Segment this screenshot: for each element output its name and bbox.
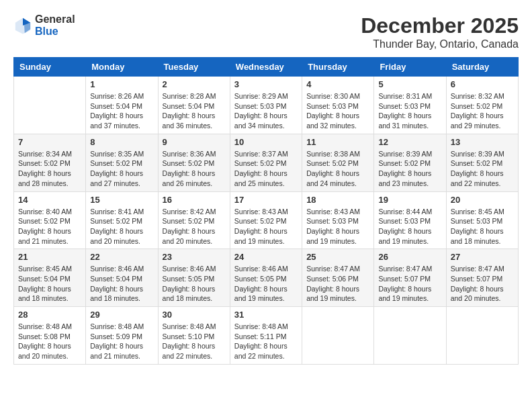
calendar-cell (302, 307, 374, 365)
day-info: Sunrise: 8:47 AMSunset: 5:07 PMDaylight:… (378, 264, 441, 304)
day-number: 8 (90, 137, 153, 147)
header-friday: Friday (374, 58, 446, 77)
logo-icon (13, 16, 32, 35)
day-number: 27 (451, 252, 514, 262)
calendar-cell: 19Sunrise: 8:44 AMSunset: 5:03 PMDayligh… (374, 191, 446, 249)
logo: General Blue (13, 13, 75, 38)
calendar-week-row: 28Sunrise: 8:48 AMSunset: 5:08 PMDayligh… (14, 307, 519, 365)
calendar-cell: 28Sunrise: 8:48 AMSunset: 5:08 PMDayligh… (14, 307, 86, 365)
day-number: 7 (18, 137, 81, 147)
calendar-cell: 10Sunrise: 8:37 AMSunset: 5:02 PMDayligh… (230, 134, 302, 191)
day-number: 16 (163, 195, 226, 205)
logo-text: General Blue (35, 13, 75, 38)
calendar-cell: 24Sunrise: 8:46 AMSunset: 5:05 PMDayligh… (230, 249, 302, 307)
calendar-cell: 22Sunrise: 8:46 AMSunset: 5:04 PMDayligh… (86, 249, 158, 307)
calendar-cell: 14Sunrise: 8:40 AMSunset: 5:02 PMDayligh… (14, 191, 86, 249)
calendar-cell: 12Sunrise: 8:39 AMSunset: 5:02 PMDayligh… (374, 134, 446, 191)
day-number: 10 (234, 137, 298, 147)
day-info: Sunrise: 8:42 AMSunset: 5:02 PMDaylight:… (163, 207, 226, 246)
day-info: Sunrise: 8:36 AMSunset: 5:02 PMDaylight:… (163, 149, 226, 189)
day-info: Sunrise: 8:34 AMSunset: 5:02 PMDaylight:… (18, 149, 81, 189)
day-number: 1 (90, 79, 153, 89)
calendar-cell: 15Sunrise: 8:41 AMSunset: 5:02 PMDayligh… (86, 191, 158, 249)
day-info: Sunrise: 8:31 AMSunset: 5:03 PMDaylight:… (378, 91, 441, 131)
day-info: Sunrise: 8:45 AMSunset: 5:04 PMDaylight:… (18, 264, 81, 304)
day-number: 30 (163, 310, 226, 320)
header-sunday: Sunday (14, 58, 86, 77)
calendar-week-row: 1Sunrise: 8:26 AMSunset: 5:04 PMDaylight… (14, 77, 519, 134)
day-number: 26 (378, 252, 441, 262)
day-info: Sunrise: 8:46 AMSunset: 5:05 PMDaylight:… (234, 264, 298, 304)
day-number: 21 (18, 252, 81, 262)
day-number: 17 (234, 195, 298, 205)
day-info: Sunrise: 8:48 AMSunset: 5:11 PMDaylight:… (234, 322, 298, 361)
day-info: Sunrise: 8:30 AMSunset: 5:03 PMDaylight:… (306, 91, 369, 131)
header-wednesday: Wednesday (230, 58, 302, 77)
calendar-cell: 18Sunrise: 8:43 AMSunset: 5:03 PMDayligh… (302, 191, 374, 249)
day-number: 12 (378, 137, 441, 147)
day-info: Sunrise: 8:45 AMSunset: 5:03 PMDaylight:… (451, 207, 514, 246)
day-number: 19 (378, 195, 441, 205)
day-info: Sunrise: 8:26 AMSunset: 5:04 PMDaylight:… (90, 91, 153, 131)
day-info: Sunrise: 8:29 AMSunset: 5:03 PMDaylight:… (234, 91, 298, 131)
calendar-cell: 23Sunrise: 8:46 AMSunset: 5:05 PMDayligh… (158, 249, 230, 307)
header-monday: Monday (86, 58, 158, 77)
location-title: Thunder Bay, Ontario, Canada (361, 38, 519, 50)
calendar-cell: 17Sunrise: 8:43 AMSunset: 5:02 PMDayligh… (230, 191, 302, 249)
day-number: 9 (163, 137, 226, 147)
calendar-cell: 13Sunrise: 8:39 AMSunset: 5:02 PMDayligh… (446, 134, 518, 191)
calendar-week-row: 21Sunrise: 8:45 AMSunset: 5:04 PMDayligh… (14, 249, 519, 307)
calendar-week-row: 14Sunrise: 8:40 AMSunset: 5:02 PMDayligh… (14, 191, 519, 249)
day-info: Sunrise: 8:44 AMSunset: 5:03 PMDaylight:… (378, 207, 441, 246)
calendar-cell: 25Sunrise: 8:47 AMSunset: 5:06 PMDayligh… (302, 249, 374, 307)
day-info: Sunrise: 8:43 AMSunset: 5:03 PMDaylight:… (306, 207, 369, 246)
calendar-cell: 7Sunrise: 8:34 AMSunset: 5:02 PMDaylight… (14, 134, 86, 191)
calendar-week-row: 7Sunrise: 8:34 AMSunset: 5:02 PMDaylight… (14, 134, 519, 191)
calendar-cell: 11Sunrise: 8:38 AMSunset: 5:02 PMDayligh… (302, 134, 374, 191)
day-info: Sunrise: 8:47 AMSunset: 5:06 PMDaylight:… (306, 264, 369, 304)
day-number: 31 (234, 310, 298, 320)
day-info: Sunrise: 8:39 AMSunset: 5:02 PMDaylight:… (451, 149, 514, 189)
day-number: 2 (163, 79, 226, 89)
day-info: Sunrise: 8:28 AMSunset: 5:04 PMDaylight:… (163, 91, 226, 131)
title-area: December 2025 Thunder Bay, Ontario, Cana… (361, 13, 519, 50)
day-info: Sunrise: 8:46 AMSunset: 5:05 PMDaylight:… (163, 264, 226, 304)
header-thursday: Thursday (302, 58, 374, 77)
calendar-cell (14, 77, 86, 134)
day-number: 14 (18, 195, 81, 205)
day-info: Sunrise: 8:35 AMSunset: 5:02 PMDaylight:… (90, 149, 153, 189)
calendar-cell: 9Sunrise: 8:36 AMSunset: 5:02 PMDaylight… (158, 134, 230, 191)
day-info: Sunrise: 8:48 AMSunset: 5:09 PMDaylight:… (90, 322, 153, 361)
calendar-cell: 31Sunrise: 8:48 AMSunset: 5:11 PMDayligh… (230, 307, 302, 365)
calendar-cell: 29Sunrise: 8:48 AMSunset: 5:09 PMDayligh… (86, 307, 158, 365)
calendar-cell: 6Sunrise: 8:32 AMSunset: 5:02 PMDaylight… (446, 77, 518, 134)
calendar-cell: 30Sunrise: 8:48 AMSunset: 5:10 PMDayligh… (158, 307, 230, 365)
day-info: Sunrise: 8:43 AMSunset: 5:02 PMDaylight:… (234, 207, 298, 246)
day-info: Sunrise: 8:40 AMSunset: 5:02 PMDaylight:… (18, 207, 81, 246)
calendar-cell (374, 307, 446, 365)
calendar-cell: 2Sunrise: 8:28 AMSunset: 5:04 PMDaylight… (158, 77, 230, 134)
day-number: 20 (451, 195, 514, 205)
page-header: General Blue December 2025 Thunder Bay, … (13, 13, 519, 50)
calendar-cell (446, 307, 518, 365)
calendar-cell: 3Sunrise: 8:29 AMSunset: 5:03 PMDaylight… (230, 77, 302, 134)
day-number: 6 (451, 79, 514, 89)
calendar-cell: 4Sunrise: 8:30 AMSunset: 5:03 PMDaylight… (302, 77, 374, 134)
calendar-cell: 5Sunrise: 8:31 AMSunset: 5:03 PMDaylight… (374, 77, 446, 134)
day-number: 5 (378, 79, 441, 89)
calendar-cell: 20Sunrise: 8:45 AMSunset: 5:03 PMDayligh… (446, 191, 518, 249)
day-info: Sunrise: 8:48 AMSunset: 5:10 PMDaylight:… (163, 322, 226, 361)
calendar-cell: 27Sunrise: 8:47 AMSunset: 5:07 PMDayligh… (446, 249, 518, 307)
day-info: Sunrise: 8:47 AMSunset: 5:07 PMDaylight:… (451, 264, 514, 304)
day-number: 23 (163, 252, 226, 262)
calendar-cell: 16Sunrise: 8:42 AMSunset: 5:02 PMDayligh… (158, 191, 230, 249)
day-info: Sunrise: 8:32 AMSunset: 5:02 PMDaylight:… (451, 91, 514, 131)
day-info: Sunrise: 8:39 AMSunset: 5:02 PMDaylight:… (378, 149, 441, 189)
day-number: 28 (18, 310, 81, 320)
header-tuesday: Tuesday (158, 58, 230, 77)
calendar-table: SundayMondayTuesdayWednesdayThursdayFrid… (13, 57, 519, 365)
day-number: 13 (451, 137, 514, 147)
day-number: 18 (306, 195, 369, 205)
day-number: 3 (234, 79, 298, 89)
day-info: Sunrise: 8:46 AMSunset: 5:04 PMDaylight:… (90, 264, 153, 304)
